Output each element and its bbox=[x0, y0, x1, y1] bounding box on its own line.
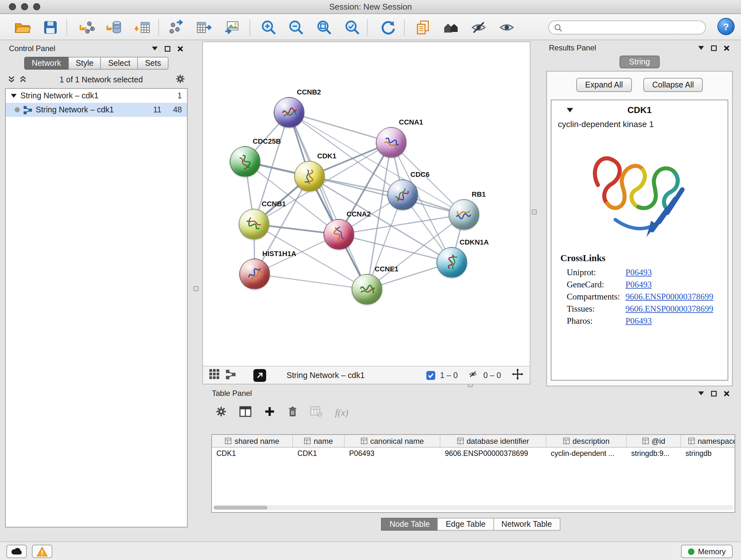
panel-float-icon[interactable] bbox=[710, 389, 718, 397]
import-network-file-icon[interactable] bbox=[77, 18, 96, 37]
network-node-cdc6[interactable] bbox=[387, 179, 418, 210]
collapse-tree-icon[interactable] bbox=[19, 75, 27, 84]
pan-crosshair-icon[interactable] bbox=[512, 368, 523, 382]
toolbar-separator bbox=[158, 19, 159, 36]
crosslink-label: Pharos: bbox=[567, 316, 625, 326]
column-header[interactable]: canonical name bbox=[345, 435, 441, 447]
panel-close-icon[interactable] bbox=[723, 44, 730, 52]
collapse-all-button[interactable]: Collapse All bbox=[643, 78, 703, 92]
delete-column-trash-icon[interactable] bbox=[288, 406, 297, 419]
table-row[interactable]: CDK1 CDK1 P06493 9606.ENSP00000378699 cy… bbox=[212, 448, 735, 460]
tab-network[interactable]: Network bbox=[24, 57, 69, 70]
expand-all-button[interactable]: Expand All bbox=[576, 78, 632, 92]
memory-button[interactable]: Memory bbox=[681, 545, 733, 558]
panel-float-icon[interactable] bbox=[710, 44, 718, 52]
crosslink-row: Tissues: 9606.ENSP00000378699 bbox=[567, 304, 728, 314]
network-overview-icon[interactable] bbox=[226, 369, 235, 381]
zoom-out-icon[interactable] bbox=[286, 18, 306, 37]
tab-sets[interactable]: Sets bbox=[137, 57, 169, 70]
network-node-ccna2[interactable] bbox=[324, 219, 354, 250]
open-session-icon[interactable] bbox=[13, 18, 32, 37]
warnings-button[interactable] bbox=[32, 545, 52, 558]
cloud-button[interactable] bbox=[6, 545, 27, 558]
tab-edge-table[interactable]: Edge Table bbox=[437, 518, 494, 531]
control-panel: Control Panel Network Style Select Sets … bbox=[4, 42, 189, 529]
copy-document-icon[interactable] bbox=[413, 18, 432, 37]
network-tree-item[interactable]: String Network – cdk1 11 48 bbox=[6, 103, 187, 117]
save-session-icon[interactable] bbox=[41, 18, 60, 37]
panel-close-icon[interactable] bbox=[723, 389, 730, 397]
crosslink-uniprot-link[interactable]: P06493 bbox=[625, 267, 652, 278]
network-node-cdk1[interactable] bbox=[294, 161, 325, 192]
column-header[interactable]: database identifier bbox=[441, 435, 546, 447]
tab-style[interactable]: Style bbox=[68, 57, 101, 70]
zoom-in-icon[interactable] bbox=[259, 18, 278, 37]
gear-icon[interactable] bbox=[176, 74, 185, 85]
vertical-splitter-handle[interactable] bbox=[532, 209, 537, 214]
panel-close-icon[interactable] bbox=[176, 45, 184, 52]
tab-string[interactable]: String bbox=[619, 56, 659, 68]
crosslink-tissues-link[interactable]: 9606.ENSP00000378699 bbox=[625, 304, 713, 314]
selected-checkbox-icon[interactable] bbox=[427, 371, 435, 380]
column-header[interactable]: description bbox=[546, 435, 627, 447]
network-node-ccna1[interactable] bbox=[376, 127, 407, 158]
network-node-cdc25b[interactable] bbox=[230, 146, 260, 177]
import-network-database-icon[interactable] bbox=[105, 18, 124, 37]
network-canvas[interactable]: CCNB2CCNA1CDC25BCDK1CDC6RB1CCNB1CCNA2CDK… bbox=[203, 42, 530, 366]
home-icon[interactable] bbox=[442, 18, 461, 37]
toolbar-separator bbox=[250, 19, 250, 36]
column-header[interactable]: namespace bbox=[681, 435, 735, 447]
help-icon[interactable]: ? bbox=[718, 18, 735, 35]
network-node-rb1[interactable] bbox=[449, 199, 479, 230]
refresh-icon[interactable] bbox=[379, 18, 398, 37]
tree-expand-icon[interactable] bbox=[11, 94, 17, 98]
horizontal-scrollbar[interactable] bbox=[213, 505, 733, 510]
network-node-hist1h1a[interactable] bbox=[239, 259, 270, 289]
show-columns-icon[interactable] bbox=[239, 406, 252, 419]
crosslink-row: GeneCard: P06493 bbox=[567, 280, 728, 290]
hidden-eye-icon[interactable] bbox=[467, 370, 479, 381]
export-table-icon[interactable] bbox=[194, 18, 213, 37]
panel-float-icon[interactable] bbox=[163, 45, 171, 52]
delete-table-icon[interactable] bbox=[310, 406, 322, 419]
network-node-ccnb2[interactable] bbox=[274, 97, 305, 128]
export-image-icon[interactable] bbox=[222, 18, 241, 37]
show-all-eye-icon[interactable] bbox=[497, 18, 516, 37]
toolbar-search-box[interactable] bbox=[548, 20, 706, 35]
crosslink-pharos-link[interactable]: P06493 bbox=[625, 316, 652, 326]
protein-section-header[interactable]: CDK1 bbox=[551, 100, 728, 119]
hide-selected-eye-icon[interactable] bbox=[469, 18, 488, 37]
function-builder-icon[interactable]: f(x) bbox=[335, 407, 348, 418]
protein-details-section: CDK1 cyclin-dependent kinase 1 bbox=[551, 100, 728, 381]
network-collection-row[interactable]: String Network – cdk1 1 bbox=[6, 89, 187, 103]
column-header[interactable]: shared name bbox=[212, 435, 293, 447]
birdseye-view-icon[interactable] bbox=[209, 369, 219, 381]
panel-collapse-icon[interactable] bbox=[151, 45, 158, 52]
section-collapse-icon[interactable] bbox=[567, 108, 573, 112]
search-icon bbox=[554, 23, 562, 32]
network-node-cdkn1a[interactable] bbox=[436, 247, 467, 278]
zoom-fit-icon[interactable] bbox=[315, 18, 334, 37]
import-table-icon[interactable] bbox=[133, 18, 152, 37]
panel-collapse-icon[interactable] bbox=[697, 389, 704, 397]
network-node-ccne1[interactable] bbox=[352, 274, 382, 305]
network-node-ccnb1[interactable] bbox=[239, 209, 269, 240]
scrollbar-thumb[interactable] bbox=[214, 506, 267, 509]
expand-tree-icon[interactable] bbox=[8, 75, 15, 84]
search-input[interactable] bbox=[566, 23, 700, 32]
export-view-icon[interactable] bbox=[253, 369, 266, 381]
panel-collapse-icon[interactable] bbox=[697, 44, 704, 52]
crosslink-genecard-link[interactable]: P06493 bbox=[625, 280, 652, 290]
zoom-selected-icon[interactable] bbox=[343, 18, 362, 37]
cell-id: stringdb:9... bbox=[627, 448, 681, 460]
column-header[interactable]: @id bbox=[627, 435, 681, 447]
column-header[interactable]: name bbox=[293, 435, 345, 447]
add-column-plus-icon[interactable] bbox=[264, 406, 275, 419]
table-settings-gear-icon[interactable] bbox=[216, 406, 226, 419]
tab-select[interactable]: Select bbox=[100, 57, 138, 70]
tab-network-table[interactable]: Network Table bbox=[493, 518, 560, 531]
tab-node-table[interactable]: Node Table bbox=[381, 518, 438, 531]
vertical-splitter-handle[interactable] bbox=[193, 286, 199, 291]
crosslink-compartments-link[interactable]: 9606.ENSP00000378699 bbox=[625, 292, 713, 302]
export-network-icon[interactable] bbox=[166, 18, 186, 37]
